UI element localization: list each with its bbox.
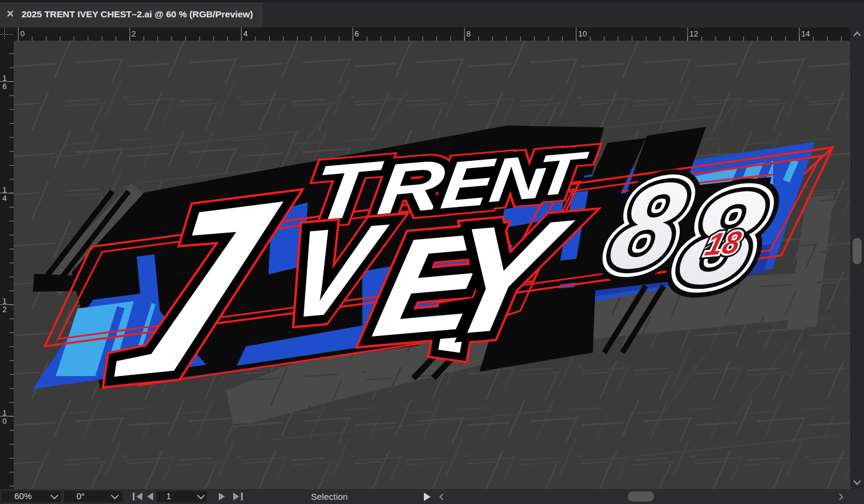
svg-text:14: 14: [801, 29, 810, 38]
svg-text:0: 0: [2, 417, 7, 426]
svg-text:2: 2: [2, 305, 7, 314]
svg-text:1: 1: [2, 408, 7, 417]
svg-text:0°: 0°: [77, 491, 85, 501]
svg-text:8: 8: [466, 29, 471, 38]
svg-text:1: 1: [2, 297, 7, 306]
svg-text:60%: 60%: [14, 491, 32, 501]
svg-text:4: 4: [243, 29, 248, 38]
svg-text:10: 10: [578, 29, 587, 38]
svg-text:6: 6: [2, 82, 7, 91]
svg-text:2: 2: [132, 29, 136, 38]
svg-text:12: 12: [689, 29, 698, 38]
svg-text:Selection: Selection: [311, 491, 348, 502]
svg-text:4: 4: [2, 194, 7, 203]
svg-text:1: 1: [2, 74, 7, 83]
svg-text:6: 6: [355, 29, 359, 38]
svg-text:1: 1: [2, 185, 7, 194]
svg-text:1: 1: [166, 491, 171, 501]
svg-text:0: 0: [20, 29, 25, 38]
